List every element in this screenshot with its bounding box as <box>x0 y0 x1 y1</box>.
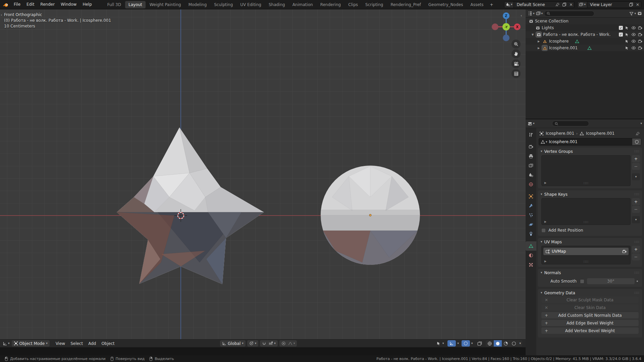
shading-rendered-button[interactable] <box>510 340 518 347</box>
fake-user-shield-button[interactable] <box>632 138 641 145</box>
view-layer-browse-button[interactable]: ▾ <box>578 2 587 8</box>
selectable-icon[interactable] <box>625 39 629 44</box>
overlays-dropdown[interactable]: ▾ <box>470 342 474 345</box>
pin-scene-icon[interactable] <box>554 2 561 8</box>
collection-checkbox[interactable]: ✓ <box>619 26 623 30</box>
transform-orientation-dropdown[interactable]: Global ▾ <box>220 340 246 347</box>
tab-modifiers[interactable] <box>526 201 536 210</box>
object-visibility-dropdown[interactable]: ▾ <box>434 340 446 347</box>
scene-name-field[interactable]: Default Scene <box>514 2 554 7</box>
outliner-filter-button[interactable]: ▾ <box>629 11 636 16</box>
mesh-browse-button[interactable]: ▾ <box>539 138 549 145</box>
menu-view[interactable]: View <box>53 341 68 346</box>
panel-grip-icon[interactable]: ∷∷ <box>634 149 639 153</box>
add-uv-map-button[interactable]: + <box>632 246 640 253</box>
pin-icon[interactable] <box>636 131 640 136</box>
toolbar-expand-icon[interactable]: › <box>1 13 2 17</box>
tab-shading[interactable]: Shading <box>265 1 288 8</box>
tab-scripting[interactable]: Scripting <box>362 1 386 8</box>
panel-grip-icon[interactable]: ∷∷ <box>634 291 639 295</box>
selectable-icon[interactable] <box>625 26 629 30</box>
tab-full-3d[interactable]: Full 3D <box>104 1 124 8</box>
mesh-name-value[interactable]: Icosphere.001 <box>549 139 632 144</box>
tab-world[interactable] <box>526 180 536 189</box>
shape-key-specials-button[interactable]: ▾ <box>632 216 640 223</box>
editor-type-button[interactable]: ▾ <box>3 341 10 346</box>
tab-sculpting[interactable]: Sculpting <box>211 1 236 8</box>
tab-modeling[interactable]: Modeling <box>185 1 210 8</box>
view-layer-name-field[interactable]: View Layer <box>587 2 628 7</box>
mesh-name-field[interactable]: ▾ Icosphere.001 <box>539 138 641 145</box>
list-resize-grip[interactable]: ∷∷ <box>584 260 589 263</box>
render-visibility-icon[interactable] <box>638 26 642 30</box>
shading-solid-button[interactable] <box>494 340 502 347</box>
tab-texture[interactable] <box>526 260 536 269</box>
list-expand-icon[interactable]: ▶ <box>544 181 546 184</box>
new-view-layer-button[interactable] <box>628 2 634 8</box>
clear-skin-data-button[interactable]: ✕ Clear Skin Data <box>541 304 639 311</box>
hide-eye-icon[interactable] <box>631 46 636 50</box>
tab-geometry-nodes[interactable]: Geometry_Nodes <box>425 1 466 8</box>
new-collection-button[interactable] <box>637 11 642 16</box>
tab-rendering-pref[interactable]: Rendering_Pref <box>387 1 424 8</box>
xray-toggle[interactable] <box>475 340 484 347</box>
disclosure-triangle-icon[interactable]: ▼ <box>531 33 534 36</box>
add-custom-split-normals-button[interactable]: + Add Custom Split Normals Data <box>541 312 639 318</box>
show-overlays-toggle[interactable] <box>462 340 470 347</box>
gizmo-dropdown[interactable]: ▾ <box>456 342 460 345</box>
tab-render[interactable] <box>526 142 536 152</box>
menu-help[interactable]: Help <box>79 0 95 9</box>
panel-header-normals[interactable]: ▾ Normals ∷∷ <box>538 269 642 277</box>
snap-toggle-magnet-icon[interactable] <box>262 341 266 346</box>
menu-render[interactable]: Render <box>37 0 58 9</box>
3d-viewport[interactable]: › ‹ Front Orthographic (0) Работа - не в… <box>0 9 526 347</box>
tab-tool[interactable] <box>526 130 536 139</box>
shading-material-button[interactable] <box>502 340 510 347</box>
clear-sculpt-mask-data-button[interactable]: ✕ Clear Sculpt Mask Data <box>541 297 639 303</box>
tab-output[interactable] <box>526 152 536 161</box>
tab-physics[interactable] <box>526 220 536 229</box>
properties-editor-type-button[interactable]: ▾ <box>528 121 535 126</box>
list-resize-grip[interactable]: ∷∷ <box>584 181 589 185</box>
hide-eye-icon[interactable] <box>631 39 636 44</box>
show-gizmo-toggle[interactable] <box>447 340 456 347</box>
outliner-row-work-collection[interactable]: ▼ Работа - не волк. Работа - Work. ✓ <box>526 31 644 38</box>
menu-select[interactable]: Select <box>68 341 86 346</box>
mode-dropdown[interactable]: Object Mode ▾ <box>12 340 50 347</box>
hide-eye-icon[interactable] <box>631 32 636 37</box>
selectable-icon[interactable] <box>625 33 629 37</box>
panel-header-geometry-data[interactable]: ▾ Geometry Data ∷∷ <box>538 289 642 297</box>
proportional-falloff-dropdown[interactable]: ▾ <box>288 341 295 346</box>
uv-map-row[interactable]: UVMap <box>543 248 629 255</box>
blender-logo-icon[interactable] <box>3 2 9 7</box>
outliner-row-scene-collection[interactable]: Scene Collection <box>526 18 644 24</box>
panel-header-uv-maps[interactable]: ▾ UV Maps ∷∷ <box>538 238 642 246</box>
panel-grip-icon[interactable]: ∷∷ <box>634 271 639 275</box>
auto-smooth-angle-slider[interactable]: 30° <box>587 278 635 284</box>
animate-property-dot[interactable] <box>637 281 638 282</box>
tab-view-layer[interactable] <box>526 161 536 170</box>
list-expand-icon[interactable]: ▶ <box>544 220 546 223</box>
menu-add[interactable]: Add <box>86 341 99 346</box>
add-edge-bevel-weight-button[interactable]: + Add Edge Bevel Weight <box>541 320 639 326</box>
render-visibility-icon[interactable] <box>638 46 642 50</box>
panel-header-shape-keys[interactable]: ▾ Shape Keys ∷∷ <box>538 190 642 198</box>
tab-rendering[interactable]: Rendering <box>317 1 344 8</box>
list-expand-icon[interactable]: ▶ <box>544 260 546 263</box>
outliner-display-mode-button[interactable]: ▾ <box>536 11 543 16</box>
disclosure-triangle-icon[interactable]: ▶ <box>537 40 540 43</box>
breadcrumb-object[interactable]: Icosphere.001 <box>546 131 574 136</box>
outliner-search-input[interactable] <box>544 11 594 16</box>
remove-uv-map-button[interactable]: − <box>632 253 640 260</box>
vertex-groups-list[interactable]: ▶ ∷∷ <box>541 155 631 186</box>
uv-maps-list[interactable]: UVMap ▶ ∷∷ <box>541 246 631 264</box>
tab-animation[interactable]: Animation <box>289 1 316 8</box>
render-visibility-icon[interactable] <box>638 33 642 37</box>
proportional-editing-toggle-icon[interactable] <box>281 341 286 346</box>
zoom-view-button[interactable] <box>512 40 521 49</box>
delete-view-layer-button[interactable]: ✕ <box>634 2 641 8</box>
outliner-editor-type-button[interactable]: ▾ <box>528 11 535 16</box>
outliner-row-icosphere-001[interactable]: ▶ Icosphere.001 <box>526 45 644 51</box>
properties-options-dropdown[interactable]: ▾ <box>640 122 642 125</box>
move-view-button[interactable] <box>512 49 521 58</box>
